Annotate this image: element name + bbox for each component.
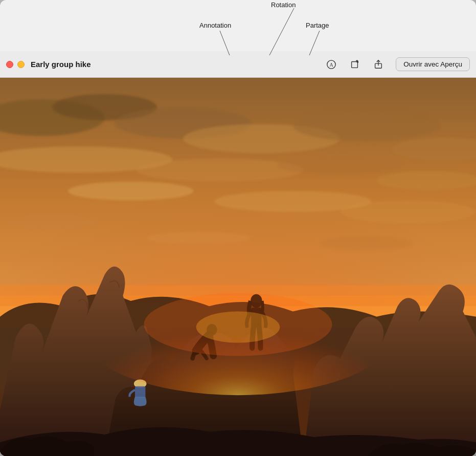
close-button[interactable] [6,61,13,68]
titlebar: Early group hike A [0,51,476,78]
tooltip-rotation-label: Rotation [271,1,296,9]
svg-rect-30 [135,386,145,398]
image-container [0,78,476,456]
share-button[interactable] [371,57,386,72]
svg-line-1 [269,8,294,55]
svg-point-25 [319,236,413,251]
quick-look-window: Annotation Rotation Partage Early group … [0,0,476,456]
svg-point-20 [68,182,194,201]
tooltip-area: Annotation Rotation Partage [0,0,476,56]
svg-rect-5 [352,61,358,68]
svg-text:A: A [330,62,334,68]
svg-point-17 [136,159,303,182]
traffic-lights [6,61,25,68]
callout-lines-svg [0,0,476,56]
svg-point-22 [340,201,476,224]
svg-point-14 [293,110,439,141]
svg-point-36 [196,311,280,342]
tooltip-annotation-label: Annotation [199,21,231,29]
toolbar-icons: A [324,57,386,72]
open-with-preview-button[interactable]: Ouvrir avec Aperçu [396,57,470,71]
svg-point-18 [277,155,403,176]
svg-point-24 [146,232,251,245]
rotation-button[interactable] [348,57,362,72]
scene-image [0,78,476,456]
tooltip-partage-label: Partage [306,21,329,29]
minimize-button[interactable] [17,61,25,68]
svg-point-23 [10,215,94,230]
annotation-button[interactable]: A [324,57,338,72]
window-title: Early group hike [31,60,320,69]
